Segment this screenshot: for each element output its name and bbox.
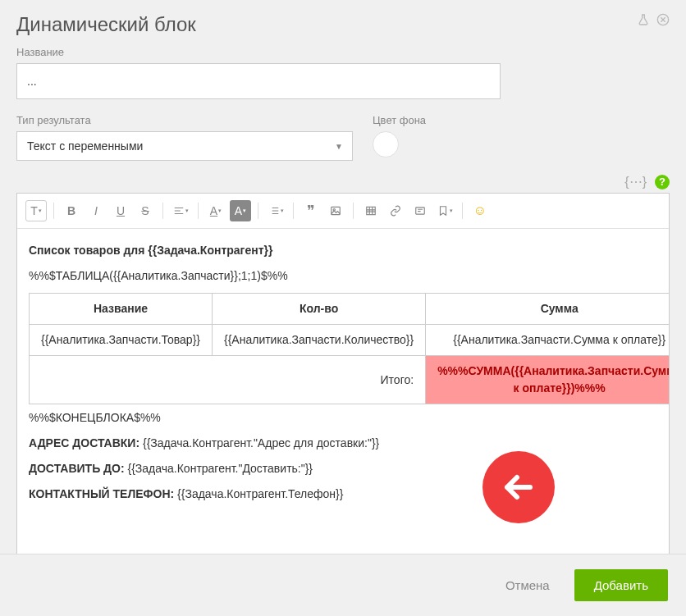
col-sum: Сумма bbox=[426, 294, 669, 325]
bold-button[interactable]: B bbox=[61, 200, 82, 221]
name-field: Название bbox=[16, 46, 670, 99]
bg-color-label: Цвет фона bbox=[373, 114, 426, 126]
list-button[interactable]: ▾ bbox=[265, 200, 286, 221]
phone-label: КОНТАКТНЫЙ ТЕЛЕФОН: bbox=[29, 487, 174, 500]
flask-icon[interactable] bbox=[637, 13, 650, 29]
underline-button[interactable]: U bbox=[110, 200, 131, 221]
col-name: Название bbox=[30, 294, 213, 325]
name-label: Название bbox=[16, 46, 670, 58]
bg-color-field: Цвет фона bbox=[373, 114, 426, 161]
image-button[interactable] bbox=[325, 200, 346, 221]
arrow-left-badge bbox=[482, 451, 555, 523]
text-color-button[interactable]: A▾ bbox=[205, 200, 226, 221]
result-type-select[interactable]: Текст с переменными bbox=[16, 131, 353, 161]
bg-color-swatch[interactable] bbox=[373, 131, 399, 157]
addr-label: АДРЕС ДОСТАВКИ: bbox=[29, 436, 139, 449]
italic-button[interactable]: I bbox=[85, 200, 107, 221]
variables-icon[interactable]: {⋯} bbox=[624, 174, 647, 189]
table-macro-close: %%$КОНЕЦБЛОКА$%% bbox=[29, 409, 657, 427]
deliver-label: ДОСТАВИТЬ ДО: bbox=[29, 462, 125, 475]
editor-content[interactable]: Список товаров для {{Задача.Контрагент}}… bbox=[17, 229, 669, 557]
submit-button[interactable]: Добавить bbox=[574, 569, 668, 601]
bg-color-button[interactable]: A▾ bbox=[230, 200, 251, 221]
name-input[interactable] bbox=[16, 63, 501, 99]
result-type-label: Тип результата bbox=[16, 114, 353, 126]
svg-rect-1 bbox=[332, 207, 341, 214]
align-button[interactable]: ▾ bbox=[170, 200, 191, 221]
dialog-footer: Отмена Добавить bbox=[0, 554, 686, 616]
link-button[interactable] bbox=[385, 200, 406, 221]
content-heading: Список товаров для {{Задача.Контрагент}} bbox=[29, 244, 272, 257]
bookmark-button[interactable]: ▾ bbox=[434, 200, 455, 221]
table-total-row: Итого: %%%СУММА({{Аналитика.Запчасти.Сум… bbox=[30, 356, 670, 404]
table-macro-open: %%$ТАБЛИЦА({{Аналитика.Запчасти}};1;1)$%… bbox=[29, 267, 657, 285]
help-icon[interactable]: ? bbox=[655, 175, 670, 189]
textblock-button[interactable]: T▾ bbox=[25, 200, 47, 221]
embed-button[interactable] bbox=[409, 200, 431, 221]
cancel-button[interactable]: Отмена bbox=[494, 570, 561, 600]
dialog-title: Динамический блок bbox=[16, 13, 196, 36]
col-qty: Кол-во bbox=[213, 294, 426, 325]
table-row: {{Аналитика.Запчасти.Товар}} {{Аналитика… bbox=[30, 325, 670, 356]
dialog-header: Динамический блок bbox=[0, 0, 686, 46]
editor-toolbar: T▾ B I U S ▾ A▾ A▾ ▾ ❞ bbox=[17, 194, 669, 229]
dynamic-block-dialog: Динамический блок Название Тип результат… bbox=[0, 0, 686, 616]
items-table: Название Кол-во Сумма {{Аналитика.Запчас… bbox=[29, 293, 669, 404]
close-icon[interactable] bbox=[656, 13, 670, 29]
svg-rect-3 bbox=[367, 207, 376, 214]
rich-text-editor: T▾ B I U S ▾ A▾ A▾ ▾ ❞ bbox=[16, 193, 670, 558]
strike-button[interactable]: S bbox=[135, 200, 156, 221]
quote-button[interactable]: ❞ bbox=[300, 200, 322, 221]
table-button[interactable] bbox=[360, 200, 382, 221]
result-type-field: Тип результата Текст с переменными ▼ bbox=[16, 114, 353, 161]
emoji-button[interactable]: ☺ bbox=[469, 200, 491, 221]
